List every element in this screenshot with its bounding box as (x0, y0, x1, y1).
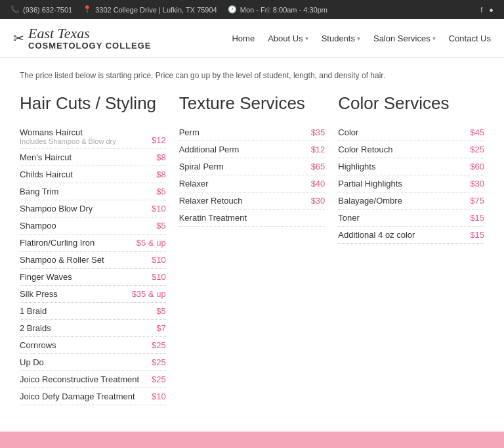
service-name: Shampoo Blow Dry (20, 204, 93, 213)
service-row: Shampoo$5 (20, 217, 166, 235)
service-row: Perm$35 (179, 124, 326, 141)
services-grid: Hair Cuts / StylingWomans HaircutInclude… (20, 93, 484, 405)
phone-number: (936) 632-7501 (23, 6, 72, 14)
main-nav: Home About Us ▾ Students ▾ Salon Service… (232, 34, 491, 43)
service-price: $8 (156, 169, 165, 179)
nav-salon-services[interactable]: Salon Services ▾ (373, 34, 436, 43)
service-row: Joico Defy Damage Treatment$10 (20, 388, 166, 405)
phone-item: 📞 (936) 632-7501 (10, 5, 72, 14)
top-bar-left: 📞 (936) 632-7501 📍 3302 College Drive | … (10, 5, 327, 14)
service-name: Highlights (338, 162, 375, 171)
service-name: Shampoo & Roller Set (20, 255, 104, 265)
location-icon: 📍 (83, 5, 92, 14)
service-row: Toner$15 (338, 210, 484, 227)
nav-about[interactable]: About Us ▾ (268, 34, 308, 43)
service-row: Balayage/Ombre$75 (338, 192, 484, 210)
service-name: Additional 4 oz color (338, 230, 415, 240)
service-price: $5 (156, 221, 165, 231)
service-row: Finger Waves$10 (20, 269, 166, 286)
service-price: $5 (156, 306, 165, 316)
service-name: Joico Reconstructive Treatment (20, 374, 139, 384)
service-name: Shampoo (20, 221, 56, 231)
logo-block: COSMETOLOGY COLLEGE (28, 41, 152, 51)
service-name: Finger Waves (20, 272, 72, 282)
service-name: Relaxer Retouch (179, 196, 243, 206)
service-price: $45 (470, 127, 484, 137)
service-row: Childs Haircut$8 (20, 166, 166, 183)
service-price: $25 (152, 340, 166, 350)
service-price: $5 & up (136, 238, 166, 248)
service-name: Up Do (20, 357, 44, 367)
hours-text: Mon - Fri: 8:00am - 4:30pm (240, 6, 327, 14)
service-price: $5 (156, 187, 165, 196)
service-price: $10 (152, 204, 166, 213)
service-row: Additional 4 oz color$15 (338, 227, 484, 244)
social-icons: f ● (480, 6, 494, 14)
service-row: 1 Braid$5 (20, 303, 166, 320)
service-row: Shampoo Blow Dry$10 (20, 200, 166, 217)
instagram-icon[interactable]: ● (489, 6, 494, 14)
main-content: The price listed below is starting price… (0, 58, 504, 432)
students-arrow: ▾ (357, 35, 360, 42)
phone-icon: 📞 (10, 5, 20, 14)
service-col-1: Texture ServicesPerm$35Additional Perm$1… (179, 93, 339, 405)
service-row: Additional Perm$12 (179, 141, 326, 158)
service-price: $40 (311, 179, 326, 189)
service-name: Cornrows (20, 340, 56, 350)
service-price: $35 (311, 127, 326, 137)
service-row: Keratin Treatment (179, 210, 326, 227)
service-name: Childs Haircut (20, 169, 73, 179)
service-price: $25 (152, 374, 166, 384)
service-price: $75 (470, 196, 484, 206)
nav-contact[interactable]: Contact Us (449, 34, 491, 43)
service-name: Keratin Treatment (179, 213, 247, 223)
service-name: Joico Defy Damage Treatment (20, 392, 135, 401)
service-row: Joico Reconstructive Treatment$25 (20, 371, 166, 388)
service-name: Toner (338, 213, 360, 223)
service-row: Highlights$60 (338, 158, 484, 175)
service-row: Relaxer$40 (179, 175, 326, 192)
service-row: Up Do$25 (20, 354, 166, 371)
service-name: 1 Braid (20, 306, 47, 316)
logo-script: East Texas (28, 26, 152, 41)
service-row: Relaxer Retouch$30 (179, 192, 326, 210)
service-row: Color Retouch$25 (338, 141, 484, 158)
service-price: $10 (152, 255, 166, 265)
service-price: $65 (311, 162, 326, 171)
service-name: Spiral Perm (179, 162, 224, 171)
service-name: 2 Braids (20, 323, 51, 333)
service-price: $25 (470, 145, 484, 154)
service-row: Silk Press$35 & up (20, 286, 166, 303)
footer: ✂ East Texas COSMETOLOGY COLLEGE ABOUT E… (0, 432, 504, 448)
service-row: Men's Haircut$8 (20, 149, 166, 166)
service-price: $15 (470, 213, 484, 223)
facebook-icon[interactable]: f (480, 6, 482, 14)
nav-home[interactable]: Home (232, 34, 255, 43)
service-col-title-0: Hair Cuts / Styling (20, 93, 166, 114)
service-price: $30 (311, 196, 326, 206)
service-name: Relaxer (179, 179, 209, 189)
service-row: Womans HaircutIncludes Shampoo & Blow dr… (20, 124, 166, 149)
service-name: Womans HaircutIncludes Shampoo & Blow dr… (20, 127, 116, 145)
salon-arrow: ▾ (432, 35, 436, 42)
service-price: $10 (152, 272, 166, 282)
service-col-2: Color ServicesColor$45Color Retouch$25Hi… (338, 93, 484, 405)
service-name: Bang Trim (20, 187, 58, 196)
service-row: Spiral Perm$65 (179, 158, 326, 175)
scissors-icon: ✂ (13, 30, 24, 46)
service-price: $30 (470, 179, 484, 189)
service-price: $7 (156, 323, 165, 333)
service-row: Bang Trim$5 (20, 183, 166, 200)
service-row: Flatiron/Curling Iron$5 & up (20, 235, 166, 252)
logo-text: East Texas COSMETOLOGY COLLEGE (28, 26, 152, 51)
clock-icon: 🕐 (228, 5, 237, 14)
service-price: $12 (311, 145, 326, 154)
service-price: $25 (152, 357, 166, 367)
service-price: $35 & up (132, 289, 166, 299)
header: ✂ East Texas COSMETOLOGY COLLEGE Home Ab… (0, 19, 504, 58)
address-item: 📍 3302 College Drive | Lufkin, TX 75904 (83, 5, 217, 14)
service-name: Color (338, 127, 358, 137)
nav-students[interactable]: Students ▾ (322, 34, 360, 43)
address-text: 3302 College Drive | Lufkin, TX 75904 (95, 6, 217, 14)
hours-item: 🕐 Mon - Fri: 8:00am - 4:30pm (228, 5, 327, 14)
